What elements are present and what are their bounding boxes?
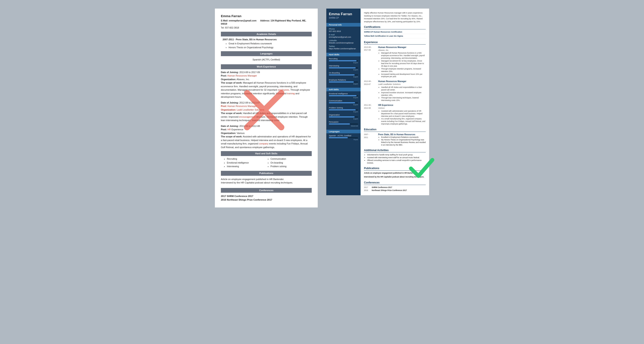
additional-2: Assisted with interviewing event staff f… <box>367 156 426 159</box>
skill-label: Recruiting <box>326 58 360 60</box>
skill-level-label: Expert <box>326 104 360 107</box>
edu-entry-1: 2007 -2011 Penn State, BS in Human Resou… <box>364 133 426 146</box>
exp-bullets-1: Managed all Human Resources functions in… <box>381 52 426 78</box>
edu-bullet-1: Excelled in Employment Relations coursew… <box>381 136 426 139</box>
skill-5: On-boarding <box>270 161 312 165</box>
exp-company-3: Various <box>378 107 426 110</box>
right-main: Highly effective Human Resources manager… <box>360 9 429 195</box>
exp-bullet-2-2: Improved incentive structure. Increased … <box>381 92 426 97</box>
skill-level-label: Expert <box>326 111 360 114</box>
left-email: E-Mail: emmapfarran@gmail.com <box>221 19 256 22</box>
additional-3: Offered consulting services to train a s… <box>367 159 426 164</box>
edu-title: Education <box>364 128 426 132</box>
skill-bar-fill <box>329 95 356 96</box>
exp-title-1: Human Resources Manager <box>378 46 426 49</box>
academic-item-1: Great in Employment Relations coursework <box>228 42 312 46</box>
right-summary: Highly effective Human Resources manager… <box>364 12 426 23</box>
pub-text2: Interviewed by the HR Capitalist podcast… <box>221 181 312 185</box>
hard-skills-header: Hard Skills <box>326 53 360 56</box>
work-scope-2: The scope of work: Handled all HR duties… <box>221 111 312 122</box>
exp-bullets-3: Assisted with administration and operati… <box>381 110 426 125</box>
work-post-3: Post: HR Experience <box>221 128 312 131</box>
conf-right-2: 2016 Northeast Shingo Prize Conference 2… <box>364 189 426 192</box>
work-org-2: Organization: Ladd Leadbetter Solutions <box>221 108 312 112</box>
exp-body-3: HR Experience Various Assisted with admi… <box>378 104 426 126</box>
work-post-1: Post: Human Resources Manager <box>221 74 312 78</box>
skill-bar-fill <box>329 74 354 76</box>
skill-bar-bg <box>329 82 358 83</box>
twitter-value: https://twitter.com/emmapfarran <box>326 48 360 51</box>
pub-right-1: Article on employee engagement published… <box>364 172 426 175</box>
skill-bar-bg <box>329 137 358 138</box>
work-post-2: Post: Human Resources Manager <box>221 104 312 108</box>
additional-list: Volunteered to handle temp staffing for … <box>367 154 426 164</box>
work-entry-3: Date of Joining: 2011-06 to 2012-08 Post… <box>221 124 312 149</box>
academic-list: Great in Employment Relations coursework… <box>228 42 312 49</box>
cert-items: SHRM-CP Human Resources Certification Ye… <box>364 31 426 38</box>
right-credential: SHRM-CP <box>326 17 360 21</box>
exp-bullet-3-1: Assisted with administration and operati… <box>381 110 426 118</box>
skill-level-label: Expert <box>326 97 360 100</box>
work-entry-2: Date of Joining: 2012-08 to 2013-07 Post… <box>221 101 312 122</box>
additional-title: Additional Activities <box>364 149 426 153</box>
languages-header: Languages <box>221 51 312 56</box>
right-name: Emma Farran <box>326 12 360 17</box>
phone-value: 937-602-3818 <box>326 30 360 34</box>
work-scope-3: The scope of work: Assisted with adminis… <box>221 135 312 149</box>
skill-label: Organization <box>326 114 360 116</box>
skill-bar-bg <box>329 102 358 103</box>
exp-date-3: 2011-06 -2012-08 <box>364 104 376 110</box>
work-entry-1: Date of Joining: 2013-08 to 2017-09 Post… <box>221 71 312 99</box>
pub-header: Publications <box>221 171 312 176</box>
cert-2: Yellow Belt Certification in Lean Six Si… <box>364 35 426 38</box>
skill-bar-fill <box>329 109 356 110</box>
skill-bar-fill <box>329 67 356 68</box>
skill-level-label: Expert <box>326 118 360 121</box>
academic-degree: 2007-2011 · Penn State, BS in Human Reso… <box>222 38 312 41</box>
skills-header: Hard and Soft Skills <box>221 151 312 156</box>
skills-list: Recruiting Emotional intelligence Interv… <box>221 157 312 169</box>
edu-body-1: Penn State, BS in Human Resources Excell… <box>378 133 426 146</box>
work-date-1: Date of Joining: 2013-08 to 2017-09 <box>221 71 312 74</box>
skill-bar-fill <box>329 123 350 125</box>
exp-entry-2: 2012-08 -2013-07 Human Resources Manager… <box>364 80 426 102</box>
left-address-label: Address: <box>260 19 270 22</box>
linkedin-label: LinkedIn <box>326 40 360 42</box>
exp-body-2: Human Resources Manager Ladd Leadbetter … <box>378 80 426 102</box>
skill-level-label: Expert <box>326 69 360 72</box>
exp-date-2: 2012-08 -2013-07 <box>364 80 376 86</box>
skill-bar-bg <box>329 95 358 96</box>
pub-right-title: Publications <box>364 167 426 171</box>
edu-bullets-1: Excelled in Employment Relations coursew… <box>381 136 426 146</box>
exp-bullet-1-2: Managed recruitment for 32 key employees… <box>381 60 426 68</box>
conf-title-2: Northeast Shingo Prize Conference 2017 <box>372 189 407 192</box>
exp-title: Experience <box>364 41 426 45</box>
skill-level-label: Advanced <box>326 125 360 128</box>
skill-bar-bg <box>329 123 358 125</box>
skill-2: Emotional intelligence <box>227 161 268 165</box>
skill-6: Problem solving <box>270 165 312 168</box>
skill-label: Communication <box>326 100 360 102</box>
exp-bullet-1-1: Managed all Human Resources functions in… <box>381 52 426 60</box>
exp-title-2: Human Resources Manager <box>378 80 426 83</box>
conf-item-1: 2017 SHRM Conference 2017 <box>221 194 312 198</box>
email-label: E-mail <box>326 34 360 36</box>
skill-3: Interviewing <box>227 165 268 168</box>
work-date-2: Date of Joining: 2012-08 to 2013-07 <box>221 101 312 105</box>
languages-content: Spanish (ACTFL Certified) <box>221 58 312 62</box>
edu-title-1: Penn State, BS in Human Resources <box>378 133 426 136</box>
skill-bar-bg <box>329 60 358 61</box>
exp-entries: 2013-08 -2017-09 Human Resources Manager… <box>364 46 426 126</box>
email-value: emmapfarran@gmail.com <box>326 36 360 40</box>
exp-company-1: Abaveo, Inc. <box>378 49 426 52</box>
exp-body-1: Human Resources Manager Abaveo, Inc. Man… <box>378 46 426 79</box>
work-org-3: Organization: Various <box>221 131 312 135</box>
skill-label: Problem Solving <box>326 107 360 109</box>
conf-date-1: 2017 <box>364 186 370 189</box>
skill-label: Emotional Intelligence <box>326 93 360 95</box>
lang-container: Spanish - ACTFL CertifiedFluent <box>326 135 360 142</box>
right-sidebar: Emma Farran SHRM-CP Personal Info Phone … <box>326 9 360 195</box>
skill-label: On-Boarding <box>326 72 360 74</box>
exp-bullet-1-4: Increased training and development hours… <box>381 73 426 78</box>
skill-bar-fill <box>329 137 348 138</box>
